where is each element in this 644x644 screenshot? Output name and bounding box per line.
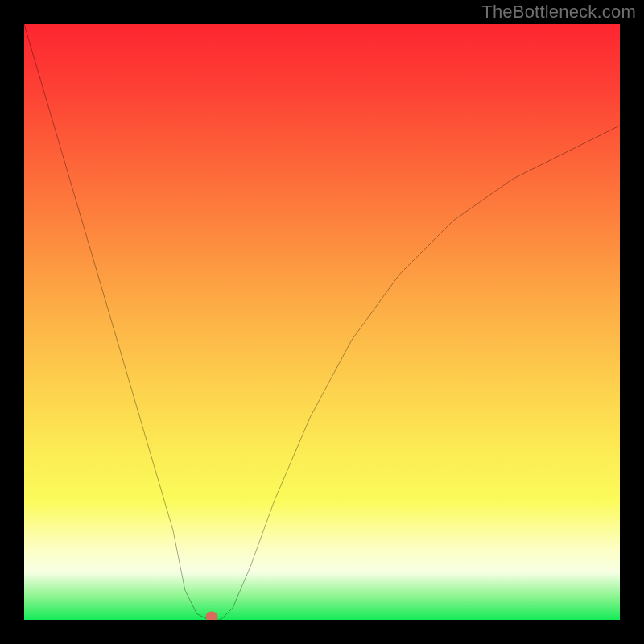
- curve-path: [24, 24, 620, 620]
- bottleneck-curve: [24, 24, 620, 620]
- chart-frame: TheBottleneck.com: [0, 0, 644, 644]
- optimal-point-marker: [206, 611, 218, 620]
- watermark-text: TheBottleneck.com: [481, 2, 636, 23]
- plot-area: [24, 24, 620, 620]
